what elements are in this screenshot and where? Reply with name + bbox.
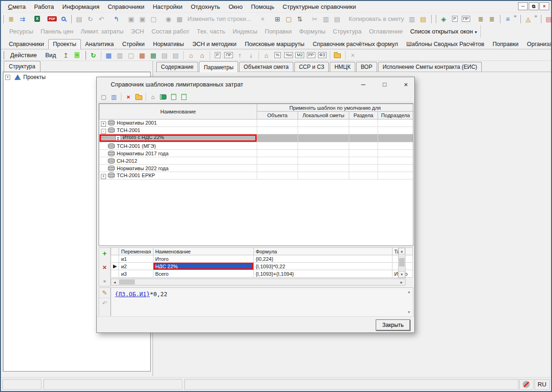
- cut-icon[interactable]: ✂: [310, 14, 320, 24]
- menu-item-6[interactable]: Окно: [224, 2, 246, 12]
- copy-to-estimate-button[interactable]: Копировать в смету: [346, 15, 406, 22]
- open-windows-menu[interactable]: Список открытых окон▾: [406, 28, 480, 35]
- grid-cell[interactable]: [378, 172, 413, 179]
- new-template-icon[interactable]: ▢: [99, 92, 108, 101]
- toolbar2-item-2[interactable]: Лимит. затраты: [77, 28, 127, 35]
- scroll-up-icon[interactable]: ▲: [406, 290, 412, 294]
- calculator-icon[interactable]: ⊞: [273, 14, 283, 24]
- scroll-right-icon[interactable]: ▸: [398, 280, 405, 285]
- save-icon[interactable]: ▤: [74, 14, 84, 24]
- percent-o-icon[interactable]: %o: [284, 50, 294, 60]
- formula-editor[interactable]: {ЛЗ.ОБ.И1}*0,22 ▲ ▼: [111, 287, 413, 317]
- tree-structure-icon[interactable]: ≣: [6, 14, 16, 24]
- delete-row-button[interactable]: ×: [99, 262, 110, 272]
- template-tree-row[interactable]: +ТСН-2001 ЕРКР: [100, 172, 413, 179]
- blocks-icon[interactable]: ▦: [174, 14, 185, 24]
- paste-special-icon[interactable]: ▤: [418, 14, 428, 24]
- paste-icon[interactable]: ▤: [332, 14, 342, 24]
- print-settings-icon[interactable]: ▤: [171, 50, 181, 60]
- row-settings-2-icon[interactable]: ▣: [137, 14, 147, 24]
- document-tab-4[interactable]: НМЦК: [330, 62, 355, 72]
- template-tree-row[interactable]: Нормативы 2017 года: [100, 150, 413, 157]
- grid-cell[interactable]: [298, 165, 349, 172]
- grid-cell[interactable]: [378, 120, 413, 127]
- grid-cell[interactable]: [257, 127, 298, 134]
- p-gear-icon[interactable]: P: [213, 50, 223, 60]
- toolbar-grip[interactable]: [431, 15, 432, 23]
- action-menu-0[interactable]: Действие: [6, 52, 41, 59]
- scroll-left-icon[interactable]: ◂: [111, 280, 118, 285]
- grid-cell[interactable]: [378, 157, 413, 165]
- folder-gear-icon[interactable]: [333, 50, 343, 60]
- doc-icon[interactable]: [179, 92, 188, 101]
- row-settings-icon[interactable]: ▣: [126, 14, 136, 24]
- tree-row-name[interactable]: +ТСН-2001 ЕРКР: [100, 172, 257, 179]
- toolbar-grip[interactable]: [540, 15, 541, 23]
- p-settings-icon[interactable]: P: [450, 14, 460, 24]
- toolbar2-item-8[interactable]: Формулы: [295, 28, 329, 35]
- new-folder-icon[interactable]: [134, 92, 143, 101]
- document-tab-3[interactable]: ССР и СЗ: [294, 62, 329, 72]
- main-tab-6[interactable]: Поисковые маршруты: [241, 40, 309, 49]
- pp-gear-icon[interactable]: РР: [306, 50, 316, 60]
- grid-cell[interactable]: [349, 165, 378, 172]
- toolbar2-item-10[interactable]: Оглавление: [366, 28, 406, 35]
- home-edit-icon[interactable]: ⌂: [197, 50, 207, 60]
- resource-icon[interactable]: ◉: [163, 14, 173, 24]
- tab-structure[interactable]: Структура: [4, 61, 40, 72]
- param-vertical-scrollbar[interactable]: ▲ ▼: [398, 247, 406, 278]
- main-tab-8[interactable]: Шаблоны Сводных Расчётов: [402, 40, 489, 49]
- copy-pages-icon[interactable]: ▥: [407, 14, 417, 24]
- toolbar2-item-0[interactable]: Ресурсы: [6, 28, 37, 35]
- restore-button[interactable]: ⧉: [529, 2, 539, 10]
- move-up-icon[interactable]: ↑: [235, 50, 245, 60]
- main-tab-5[interactable]: ЭСН и методики: [188, 40, 240, 49]
- language-indicator[interactable]: RU: [534, 379, 550, 390]
- param-variable-cell[interactable]: и1: [119, 255, 153, 263]
- param-row[interactable]: и1Итого{I0,224}: [111, 255, 413, 263]
- copy-icon[interactable]: ▥: [321, 14, 331, 24]
- dialog-maximize-button[interactable]: □: [381, 81, 388, 88]
- grid-cell[interactable]: [349, 157, 378, 165]
- import-template-icon[interactable]: ▥: [109, 92, 119, 101]
- toolbar2-item-7[interactable]: Поправки: [261, 28, 295, 35]
- scroll-down-icon[interactable]: ▼: [399, 271, 405, 278]
- grid-cell[interactable]: [257, 134, 298, 142]
- grid-cell[interactable]: [298, 134, 349, 142]
- grid-cell[interactable]: [349, 120, 378, 127]
- grid-cell[interactable]: [298, 127, 349, 134]
- document-tab-5[interactable]: ВОР: [356, 62, 377, 72]
- grid-cell[interactable]: [378, 134, 413, 142]
- template-tree-row[interactable]: ΣИтого с НДС 22%: [100, 134, 413, 142]
- toolbar-grip[interactable]: [71, 15, 72, 23]
- grid-cell[interactable]: [298, 142, 349, 150]
- main-tab-4[interactable]: Нормативы: [149, 40, 188, 49]
- home-settings-icon[interactable]: ⌂: [186, 50, 196, 60]
- main-tab-0[interactable]: Справочники: [5, 40, 48, 49]
- template-tree-row[interactable]: СН-2012: [100, 157, 413, 165]
- sort-updown-icon[interactable]: ⇅: [295, 14, 305, 24]
- pr-gear-icon[interactable]: ПР: [224, 50, 234, 60]
- document-tab-2[interactable]: Объектная смета: [239, 62, 293, 72]
- menu-item-8[interactable]: Структурные справочники: [279, 2, 360, 12]
- toolbar-grip[interactable]: [3, 51, 4, 60]
- grid-cell[interactable]: [257, 157, 298, 165]
- toolbar-grip[interactable]: [499, 15, 500, 23]
- param-variable-cell[interactable]: и2: [119, 263, 153, 270]
- grid-cell[interactable]: [378, 127, 413, 134]
- param-variable-cell[interactable]: и3: [119, 270, 153, 278]
- scroll-up-icon[interactable]: ▲: [399, 248, 405, 254]
- monitor-film-icon[interactable]: ▦: [137, 50, 147, 60]
- tree-row-name[interactable]: Нормативы 2022 года: [100, 165, 257, 172]
- fz-gear-icon[interactable]: ФЗ: [317, 50, 327, 60]
- expander-icon[interactable]: +: [101, 174, 106, 179]
- toolbar-overflow-button[interactable]: »: [514, 13, 517, 19]
- param-row[interactable]: и3Всего{I,1093}+{I,1094}Итого: [111, 270, 413, 278]
- toolbar2-item-9[interactable]: Структура: [329, 28, 366, 35]
- dialog-close-icon[interactable]: ×: [402, 80, 410, 88]
- refresh-tree-icon[interactable]: ↻: [88, 50, 99, 60]
- menu-item-1[interactable]: Работа: [30, 2, 58, 12]
- action-menu-1[interactable]: Вид: [41, 52, 60, 59]
- scroll-down-icon[interactable]: ▼: [406, 310, 412, 314]
- formula-variable-link[interactable]: {ЛЗ.ОБ.И1}: [115, 291, 150, 298]
